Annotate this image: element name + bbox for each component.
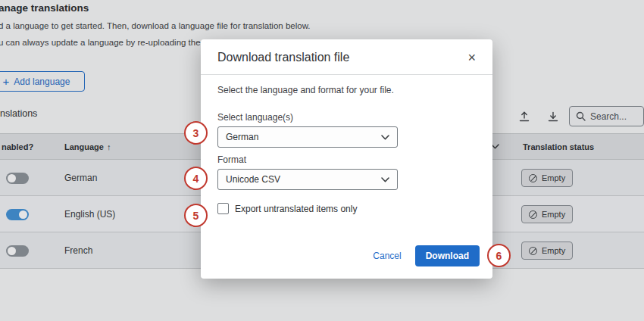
export-untranslated-checkbox[interactable] [217,203,229,214]
language-select-value: German [226,132,258,142]
modal-header: Download translation file × [201,39,492,75]
annotation-step-4: 4 [184,167,208,190]
download-translation-modal: Download translation file × Select the l… [201,39,492,279]
chevron-down-icon [381,135,389,140]
annotation-step-3: 3 [184,121,208,145]
modal-footer: Cancel Download [373,245,480,266]
select-language-label: Select language(s) [217,112,476,123]
cancel-button[interactable]: Cancel [373,251,401,261]
format-select[interactable]: Unicode CSV [217,169,398,190]
modal-title: Download translation file [217,51,349,64]
format-select-value: Unicode CSV [226,174,280,185]
download-button[interactable]: Download [415,245,480,266]
modal-description: Select the language and format for your … [217,85,476,95]
export-untranslated-label: Export untranslated items only [235,204,357,214]
format-label: Format [217,154,476,165]
modal-body: Select the language and format for your … [201,75,492,214]
annotation-step-5: 5 [184,204,208,227]
close-icon[interactable]: × [467,51,476,64]
annotation-step-6: 6 [487,244,511,267]
language-select[interactable]: German [217,126,398,148]
export-untranslated-row[interactable]: Export untranslated items only [217,203,476,214]
screen: anage translations d a language to get s… [0,0,644,321]
chevron-down-icon [381,177,389,182]
